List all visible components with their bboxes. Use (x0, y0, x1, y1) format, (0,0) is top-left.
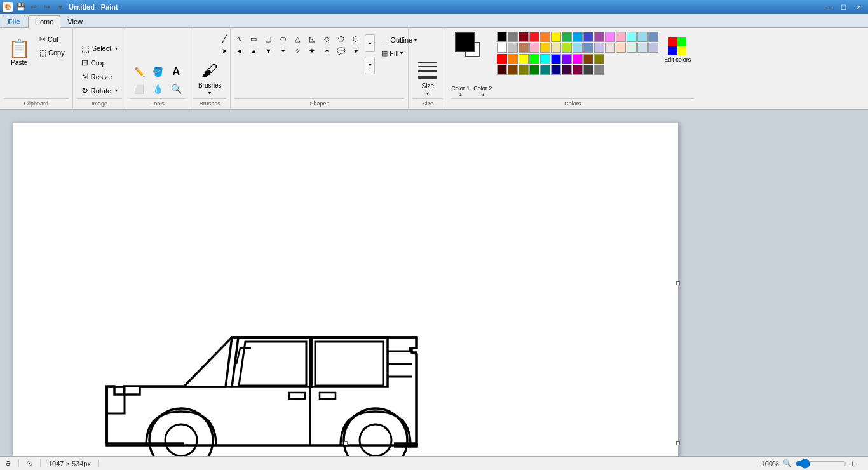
crop-button[interactable]: ⊡ Crop (77, 56, 121, 69)
quick-access-dropdown[interactable]: ▾ (55, 1, 66, 13)
swatch-darkred[interactable] (519, 32, 529, 42)
swatch-lightgray[interactable] (508, 43, 518, 53)
swatch-blush[interactable] (605, 43, 615, 53)
size-button[interactable]: Size ▾ (412, 59, 443, 97)
swatch-blue[interactable] (583, 32, 593, 42)
ellipse-shape[interactable]: ⬭ (276, 33, 290, 44)
pentagon-shape[interactable]: ⬠ (334, 33, 348, 44)
swatch-darkpurple[interactable] (562, 65, 572, 75)
redo-quick-btn[interactable]: ↪ (41, 1, 53, 13)
swatch-cream[interactable] (551, 43, 561, 53)
swatch-purple[interactable] (594, 32, 604, 42)
paint-canvas[interactable] (13, 123, 678, 456)
paste-button[interactable]: 📋 Paste (4, 33, 34, 71)
undo-quick-btn[interactable]: ↩ (28, 1, 39, 13)
resize-button[interactable]: ⇲ Resize (77, 70, 121, 83)
swatch-red[interactable] (529, 32, 539, 42)
star5-shape[interactable]: ★ (305, 45, 319, 57)
swatch-cyan[interactable] (627, 32, 637, 42)
star6-shape[interactable]: ✶ (320, 45, 334, 57)
swatch-orange[interactable] (540, 32, 550, 42)
right-triangle-shape[interactable]: ◺ (305, 33, 319, 44)
cut-button[interactable]: ✂ Cut (36, 33, 69, 46)
swatch-periwinkle[interactable] (583, 43, 593, 53)
triangle-shape[interactable]: △ (290, 33, 304, 44)
curve-shape[interactable]: ∿ (232, 33, 246, 44)
swatch-gray[interactable] (508, 32, 518, 42)
swatch-pink2[interactable] (605, 32, 615, 42)
resize-handle-right[interactable] (676, 281, 680, 285)
swatch-peach[interactable] (616, 43, 626, 53)
swatch-sienna[interactable] (508, 65, 518, 75)
swatch-navy[interactable] (551, 65, 561, 75)
resize-handle-corner[interactable] (676, 441, 680, 445)
swatch-brightblue[interactable] (551, 54, 561, 64)
swatch-green[interactable] (562, 32, 572, 42)
edit-colors-button[interactable]: Edit colors (661, 32, 694, 69)
line-shape[interactable]: ╱ (217, 33, 231, 44)
swatch-darkgray[interactable] (583, 65, 593, 75)
rect-shape[interactable]: ▭ (247, 33, 261, 44)
swatch-steel[interactable] (648, 32, 658, 42)
swatch-white[interactable] (497, 43, 507, 53)
swatch-brown[interactable] (519, 43, 529, 53)
swatch-darkmagenta[interactable] (573, 65, 583, 75)
swatch-gold[interactable] (540, 43, 550, 53)
swatch-lightblue[interactable] (573, 32, 583, 42)
zoom-in-icon[interactable]: + (850, 459, 855, 469)
shapes-scroll-down[interactable]: ▼ (365, 57, 375, 74)
hexagon-shape[interactable]: ⬡ (349, 33, 363, 44)
swatch-lightpink[interactable] (616, 32, 626, 42)
color-picker-tool[interactable]: 💧 (149, 81, 166, 97)
swatch-teal[interactable] (540, 65, 550, 75)
swatch-darkgreen[interactable] (529, 65, 539, 75)
swatch-pink[interactable] (529, 43, 539, 53)
swatch-lightcyan[interactable] (573, 43, 583, 53)
swatch-black[interactable] (497, 32, 507, 42)
rotate-button[interactable]: ↻ Rotate ▾ (77, 84, 122, 97)
select-button[interactable]: ⬚ Select ▾ (77, 41, 123, 55)
save-quick-btn[interactable]: 💾 (15, 1, 26, 13)
swatch-olive[interactable] (594, 54, 604, 64)
eraser-tool[interactable]: ⬜ (130, 81, 148, 97)
close-button[interactable]: ✕ (851, 2, 865, 12)
zoom-out-icon[interactable]: 🔍 (783, 459, 792, 467)
swatch-magenta[interactable] (573, 54, 583, 64)
zoom-slider[interactable] (796, 460, 846, 467)
pencil-tool[interactable]: ✏️ (130, 64, 148, 80)
four-arrow-shape[interactable]: ✦ (276, 45, 290, 57)
tab-view[interactable]: View (60, 15, 90, 27)
swatch-brightcyan[interactable] (540, 54, 550, 64)
left-arrow-shape[interactable]: ◄ (232, 45, 246, 57)
swatch-skyblue[interactable] (637, 32, 648, 42)
color1-swatch[interactable] (455, 32, 475, 52)
swatch-lime[interactable] (562, 43, 572, 53)
round-rect-shape[interactable]: ▢ (261, 33, 275, 44)
copy-button[interactable]: ⬚ Copy (36, 46, 69, 59)
swatch-slategray[interactable] (648, 43, 658, 53)
swatch-brightyellow[interactable] (519, 54, 529, 64)
swatch-mintgray[interactable] (627, 43, 637, 53)
star4-shape[interactable]: ✧ (290, 45, 304, 57)
swatch-brightgreen[interactable] (529, 54, 539, 64)
down-arrow-shape[interactable]: ▼ (261, 45, 275, 57)
swatch-olive2[interactable] (519, 65, 529, 75)
magnifier-tool[interactable]: 🔍 (167, 81, 185, 97)
text-tool[interactable]: A (167, 64, 185, 80)
right-arrow-shape[interactable]: ➤ (217, 45, 231, 57)
swatch-violet[interactable] (562, 54, 572, 64)
swatch-brightorange[interactable] (508, 54, 518, 64)
diamond-shape[interactable]: ◇ (320, 33, 334, 44)
swatch-lavender[interactable] (594, 43, 604, 53)
resize-handle-bottom[interactable] (344, 441, 348, 445)
minimize-button[interactable]: — (821, 2, 835, 12)
fill-tool[interactable]: 🪣 (149, 64, 166, 80)
maximize-button[interactable]: ☐ (836, 2, 850, 12)
swatch-brightred[interactable] (497, 54, 507, 64)
swatch-yellow[interactable] (551, 32, 561, 42)
swatch-darkbrown[interactable] (583, 54, 593, 64)
file-menu-button[interactable]: File (3, 15, 25, 27)
shapes-scroll-up[interactable]: ▲ (365, 34, 375, 52)
swatch-lightsteelblue[interactable] (637, 43, 648, 53)
heart-shape[interactable]: ♥ (349, 45, 363, 57)
